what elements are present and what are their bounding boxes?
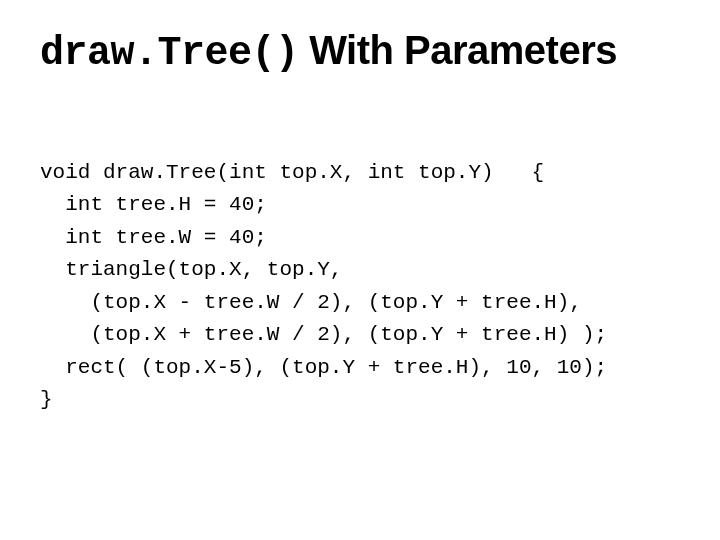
code-line: int tree.H = 40; [40,193,267,216]
title-text-part: With Parameters [299,28,617,72]
code-line: int tree.W = 40; [40,226,267,249]
slide: draw.Tree() With Parameters void draw.Tr… [0,0,720,540]
code-line: triangle(top.X, top.Y, [40,258,342,281]
title-code-part: draw.Tree() [40,31,299,76]
code-line: rect( (top.X-5), (top.Y + tree.H), 10, 1… [40,356,607,379]
code-block: void draw.Tree(int top.X, int top.Y) { i… [40,124,680,449]
code-line: } [40,388,53,411]
slide-title: draw.Tree() With Parameters [40,28,680,76]
code-line: (top.X + tree.W / 2), (top.Y + tree.H) )… [40,323,607,346]
code-line: (top.X - tree.W / 2), (top.Y + tree.H), [40,291,582,314]
code-line: void draw.Tree(int top.X, int top.Y) { [40,161,544,184]
